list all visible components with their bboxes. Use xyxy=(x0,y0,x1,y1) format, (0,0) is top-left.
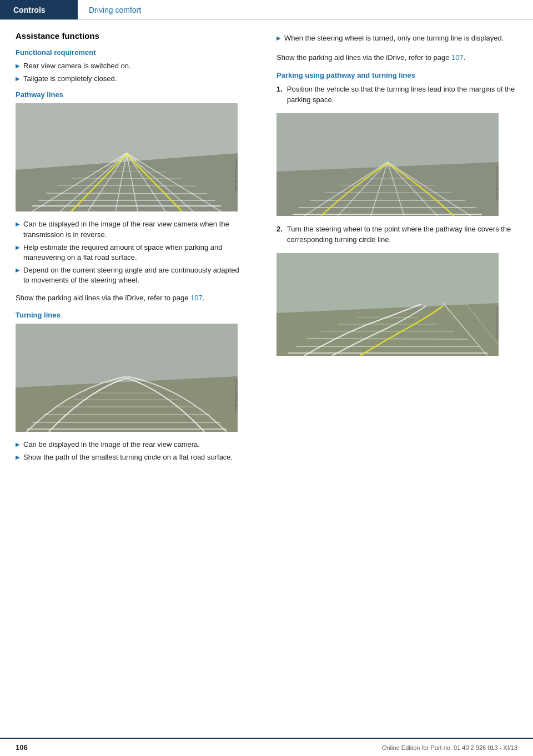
list-item: ▶ Can be displayed in the image of the r… xyxy=(16,440,245,450)
functional-bullets-list: ▶ Rear view camera is switched on. ▶ Tai… xyxy=(16,61,245,84)
page-header: Controls Driving comfort xyxy=(0,0,533,20)
step-text: Turn the steering wheel to the point whe… xyxy=(287,224,517,245)
controls-tab[interactable]: Controls xyxy=(0,0,78,19)
list-item: ▶ Depend on the current steering angle a… xyxy=(16,265,245,285)
list-item: ▶ Help estimate the required amount of s… xyxy=(16,243,245,263)
parking-step2-image: 5PXC4A6D3S0/4A xyxy=(276,253,499,356)
parking-step1-image: 5PXC27D3S8C0/4A xyxy=(276,113,499,216)
step-text: Position the vehicle so that the turning… xyxy=(287,84,517,105)
bullet-arrow-icon: ▶ xyxy=(16,75,20,83)
turning-lines-image: 5PXC5S6E8C0/4A xyxy=(16,324,238,432)
page-link[interactable]: 107 xyxy=(190,294,203,302)
pathway-lines-image: 5PXC5S6E8C0A/4 xyxy=(16,103,238,211)
turning-lines-heading: Turning lines xyxy=(16,311,245,319)
driving-comfort-label: Driving comfort xyxy=(89,6,141,14)
footer-online-text: Online Edition for Part no. 01 40 2 926 … xyxy=(382,744,517,751)
svg-line-4 xyxy=(46,193,207,194)
bullet-text: Can be displayed in the image of the rea… xyxy=(23,219,245,239)
parking-heading: Parking using pathway and turning lines xyxy=(276,71,517,79)
parking-steps-list-2: 2. Turn the steering wheel to the point … xyxy=(276,224,517,245)
list-item: ▶ Rear view camera is switched on. xyxy=(16,61,245,71)
driving-comfort-tab[interactable]: Driving comfort xyxy=(78,0,152,19)
svg-text:5PXC27D3S8C0/4A: 5PXC27D3S8C0/4A xyxy=(495,166,499,201)
bullet-text: When the steering wheel is turned, only … xyxy=(284,33,504,43)
bullet-arrow-icon: ▶ xyxy=(16,244,20,251)
bullet-arrow-icon: ▶ xyxy=(16,441,20,448)
list-item: 2. Turn the steering wheel to the point … xyxy=(276,224,517,245)
list-item: ▶ Tailgate is completely closed. xyxy=(16,74,245,84)
main-content: Assistance functions Functional requirem… xyxy=(0,20,533,469)
bullet-arrow-icon: ▶ xyxy=(16,453,20,461)
right-column: ▶ When the steering wheel is turned, onl… xyxy=(261,31,533,469)
step-number: 2. xyxy=(276,224,283,235)
page-number: 106 xyxy=(16,743,28,752)
bullet-arrow-icon: ▶ xyxy=(16,220,20,228)
pathway-bullets-list: ▶ Can be displayed in the image of the r… xyxy=(16,219,245,285)
parking-steps-list: 1. Position the vehicle so that the turn… xyxy=(276,84,517,105)
list-item: ▶ When the steering wheel is turned, onl… xyxy=(276,33,517,43)
bullet-text: Tailgate is completely closed. xyxy=(23,74,117,84)
bullet-text: Show the path of the smallest turning ci… xyxy=(23,452,233,462)
svg-text:5PXC5S6E8C0A/4: 5PXC5S6E8C0A/4 xyxy=(234,159,238,191)
functional-requirement-heading: Functional requirement xyxy=(16,48,245,57)
page-title: Assistance functions xyxy=(16,31,245,41)
show-parking-paragraph: Show the parking aid lines via the iDriv… xyxy=(16,293,245,304)
step-number: 1. xyxy=(276,84,283,95)
right-page-link[interactable]: 107 xyxy=(451,53,464,62)
left-column: Assistance functions Functional requirem… xyxy=(0,31,261,469)
list-item: ▶ Can be displayed in the image of the r… xyxy=(16,219,245,239)
bullet-arrow-icon: ▶ xyxy=(16,266,20,274)
turning-bullets-list: ▶ Can be displayed in the image of the r… xyxy=(16,440,245,462)
bullet-arrow-icon: ▶ xyxy=(16,62,20,70)
svg-text:5PXC5S6E8C0/4A: 5PXC5S6E8C0/4A xyxy=(234,379,238,412)
bullet-text: Can be displayed in the image of the rea… xyxy=(23,440,200,450)
bullet-text: Help estimate the required amount of spa… xyxy=(23,243,245,263)
bullet-text: Depend on the current steering angle and… xyxy=(23,265,245,285)
controls-label: Controls xyxy=(13,6,46,14)
bullet-arrow-icon: ▶ xyxy=(276,34,281,42)
right-show-parking-paragraph: Show the parking aid lines via the iDriv… xyxy=(276,52,517,63)
pathway-lines-heading: Pathway lines xyxy=(16,90,245,99)
svg-text:5PXC4A6D3S0/4A: 5PXC4A6D3S0/4A xyxy=(495,306,499,339)
list-item: ▶ Show the path of the smallest turning … xyxy=(16,452,245,462)
list-item: 1. Position the vehicle so that the turn… xyxy=(276,84,517,105)
bullet-text: Rear view camera is switched on. xyxy=(23,61,131,71)
when-steering-list: ▶ When the steering wheel is turned, onl… xyxy=(276,33,517,43)
page-footer: 106 Online Edition for Part no. 01 40 2 … xyxy=(0,738,533,756)
